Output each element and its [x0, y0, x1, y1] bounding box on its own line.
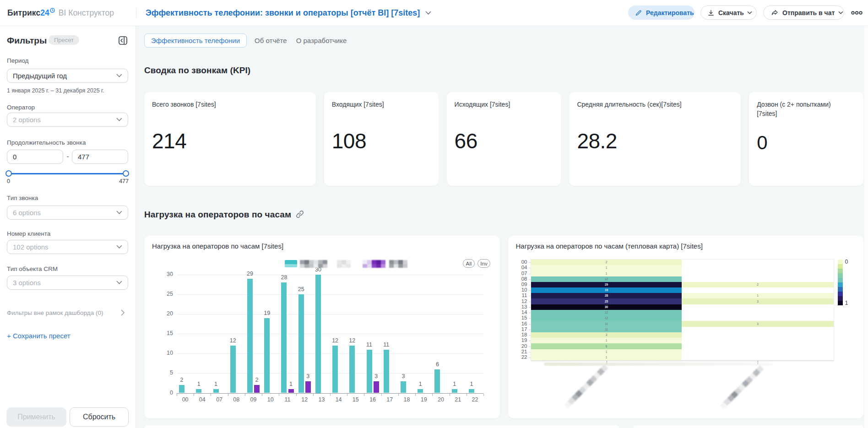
heatmap-row-tick	[529, 274, 531, 274]
heatmap-row-label: 19	[511, 337, 527, 343]
logo-product: BI Конструктор	[59, 8, 114, 18]
chevron-down-icon	[838, 11, 843, 15]
heatmap-row-tick	[529, 318, 531, 319]
bar-series1[interactable]	[367, 350, 372, 393]
x-axis-tick	[228, 394, 228, 396]
bar-series1[interactable]	[264, 318, 270, 393]
call-type-label: Тип звонка	[7, 195, 38, 201]
bar-value-label: 3	[396, 373, 411, 379]
more-menu-button[interactable]	[851, 9, 864, 16]
duration-from-input[interactable]: 0	[7, 150, 63, 164]
app-logo: Битрикс24 BI Конструктор	[7, 0, 114, 26]
y-axis-label: 0	[159, 390, 173, 396]
heatmap-cell-value: 25	[602, 300, 611, 303]
legend-marker-series1[interactable]	[285, 260, 297, 267]
y-axis-label: 5	[159, 369, 173, 376]
outside-filters-toggle[interactable]: Фильтры вне рамок дашборда (0)	[7, 309, 129, 316]
outside-filters-label: Фильтры вне рамок дашборда (0)	[7, 309, 103, 316]
heatmap-x-label-blurred	[720, 365, 764, 410]
legend-invert-button[interactable]: Inv	[477, 259, 490, 268]
duration-to-input[interactable]: 477	[72, 150, 128, 164]
legend-select-all-button[interactable]: All	[463, 259, 475, 268]
chevron-down-icon	[116, 74, 122, 78]
x-axis-tick	[279, 394, 279, 396]
bar-value-label: 12	[344, 337, 360, 344]
x-axis-label: 14	[330, 396, 347, 403]
bar-series1[interactable]	[401, 381, 406, 393]
bar-series1[interactable]	[469, 389, 474, 393]
filters-panel	[0, 26, 136, 428]
send-to-chat-button[interactable]: Отправить в чат	[763, 5, 844, 20]
link-icon[interactable]	[296, 210, 304, 218]
period-select[interactable]: Предыдущий год	[7, 69, 128, 83]
bar-series1[interactable]	[315, 275, 321, 393]
bar-series2[interactable]	[254, 385, 260, 393]
bar-series1[interactable]	[452, 389, 457, 393]
bar-series1[interactable]	[196, 389, 201, 393]
colorbar-bottom-label: 1	[845, 300, 848, 306]
bar-value-label: 19	[259, 310, 275, 316]
client-number-label: Номер клиента	[7, 230, 50, 237]
report-title-menu[interactable]: Эффективность телефонии: звонки и операт…	[146, 0, 431, 26]
kpi-card-value: 66	[455, 130, 553, 152]
apply-button[interactable]: Применить	[6, 407, 66, 427]
page-scrollbar[interactable]	[864, 26, 868, 428]
bar-series1[interactable]	[247, 279, 253, 393]
bar-series1[interactable]	[434, 369, 440, 393]
slider-handle-left[interactable]	[5, 170, 12, 177]
bar-value-label: 1	[191, 381, 206, 387]
x-axis-tick	[450, 394, 450, 396]
bar-series2[interactable]	[374, 381, 379, 393]
charts-row: Нагрузка на операторов по часам [7sites]…	[144, 236, 863, 418]
pencil-icon	[635, 9, 642, 16]
crm-type-select[interactable]: 3 options	[7, 276, 128, 290]
download-button[interactable]: Скачать	[700, 5, 757, 20]
tab-about-report[interactable]: Об отчёте	[255, 33, 287, 48]
bar-series1[interactable]	[281, 282, 287, 393]
x-axis-label: 21	[450, 396, 467, 403]
bar-value-label: 1	[464, 381, 479, 387]
bar-series1[interactable]	[332, 346, 338, 393]
bar-series1[interactable]	[418, 389, 423, 393]
heatmap-cell-value: 11	[602, 328, 611, 331]
bar-series1[interactable]	[179, 385, 184, 393]
client-number-select[interactable]: 102 options	[7, 240, 128, 254]
bar-series1[interactable]	[349, 346, 355, 393]
heatmap-cell-value: 29	[602, 283, 611, 287]
heatmap-row-tick	[529, 352, 531, 352]
bar-series2[interactable]	[288, 389, 294, 393]
heatmap-cell-value: 1	[602, 339, 611, 342]
call-type-select[interactable]: 6 options	[7, 206, 128, 220]
tab-telephony-efficiency[interactable]: Эффективность телефонии	[144, 33, 247, 48]
duration-slider[interactable]	[9, 173, 126, 175]
edit-button-label: Редактировать	[646, 9, 694, 16]
x-axis-label: 09	[245, 396, 262, 403]
edit-button[interactable]: Редактировать	[628, 5, 694, 20]
y-axis-label: 10	[159, 350, 173, 356]
heatmap-row-tick	[529, 330, 531, 330]
kpi-card-title: Входящих [7sites]	[332, 100, 431, 109]
kpi-card: Средняя длительность (сек)[7sites]28.2	[569, 92, 741, 186]
duration-label: Продолжительность звонка	[7, 139, 86, 146]
bar-series2[interactable]	[305, 381, 311, 393]
reset-button[interactable]: Сбросить	[70, 407, 129, 427]
operator-select[interactable]: 2 options	[7, 113, 128, 127]
bar-series1[interactable]	[384, 350, 389, 393]
heatmap-row-label: 09	[511, 282, 527, 287]
heatmap-row-tick	[529, 324, 531, 325]
save-preset-link[interactable]: + Сохранить пресет	[7, 332, 71, 340]
y-axis-label: 20	[159, 310, 173, 317]
kpi-card: Исходящих [7sites]66	[447, 92, 561, 186]
bar-value-label: 1	[208, 381, 224, 387]
heatmap-row-label: 14	[511, 309, 527, 315]
bar-series1[interactable]	[213, 389, 219, 393]
heatmap-card: Нагрузка на операторов по часам (теплова…	[508, 236, 864, 418]
share-icon	[770, 9, 778, 16]
tab-about-developer[interactable]: О разработчике	[296, 33, 347, 48]
bar-value-label: 6	[429, 361, 445, 368]
slider-handle-right[interactable]	[123, 170, 129, 177]
collapse-panel-icon[interactable]	[119, 36, 127, 45]
kpi-card-title: Средняя длительность (сек)[7sites]	[577, 100, 733, 109]
bar-series1[interactable]	[230, 346, 236, 393]
bar-value-label: 2	[174, 377, 190, 383]
